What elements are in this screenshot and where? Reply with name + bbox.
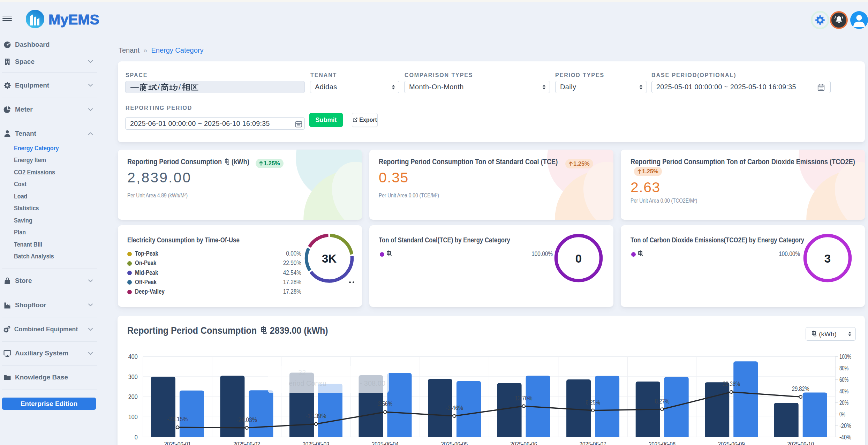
svg-text:-3.46%: -3.46%: [446, 404, 463, 412]
svg-text:2025-06-02: 2025-06-02: [233, 440, 260, 445]
svg-text:3K: 3K: [322, 252, 337, 265]
svg-text:3.56%: 3.56%: [378, 400, 393, 407]
svg-text:eriod Consu: eriod Consu: [289, 379, 326, 387]
svg-text:80%: 80%: [839, 364, 848, 372]
svg-text:32: 32: [298, 369, 306, 376]
svg-text:13.70%: 13.70%: [515, 394, 533, 402]
svg-text:2025-06-09: 2025-06-09: [718, 440, 745, 445]
svg-text:-17.39%: -17.39%: [306, 412, 326, 420]
svg-text:60%: 60%: [839, 376, 848, 383]
svg-text:-23.15%: -23.15%: [167, 415, 188, 423]
svg-text:0: 0: [575, 252, 582, 265]
svg-text:38.38%: 38.38%: [723, 380, 740, 387]
svg-text:6.25%: 6.25%: [586, 399, 600, 406]
svg-text:3: 3: [824, 252, 831, 265]
svg-text:40%: 40%: [839, 387, 848, 395]
svg-text:2025-06-08: 2025-06-08: [649, 440, 675, 445]
svg-text:2025-06-07: 2025-06-07: [580, 440, 606, 445]
svg-text:-40%: -40%: [839, 433, 851, 441]
svg-text:-20%: -20%: [839, 422, 851, 429]
svg-text:300: 300: [128, 373, 138, 380]
svg-text:20%: 20%: [839, 399, 848, 406]
svg-text:200: 200: [128, 393, 138, 400]
svg-text:2025-06-05: 2025-06-05: [441, 440, 468, 445]
svg-text:0: 0: [135, 433, 138, 441]
svg-text:-24.03%: -24.03%: [236, 416, 257, 423]
svg-text:29.82%: 29.82%: [792, 385, 809, 392]
svg-text:2025-06-03: 2025-06-03: [303, 440, 330, 445]
svg-text:2025-06-10: 2025-06-10: [787, 440, 814, 445]
svg-text:100: 100: [128, 413, 138, 421]
svg-text:400: 400: [128, 353, 138, 360]
svg-text:- 308.00: - 308.00: [360, 379, 385, 387]
svg-text:8.27%: 8.27%: [655, 398, 670, 405]
svg-text:2025-06-01: 2025-06-01: [164, 440, 191, 445]
svg-text:0%: 0%: [839, 410, 845, 418]
svg-text:2025-06-06: 2025-06-06: [510, 440, 537, 445]
svg-text:100%: 100%: [839, 353, 851, 360]
svg-text:2025-06-04: 2025-06-04: [372, 440, 399, 445]
